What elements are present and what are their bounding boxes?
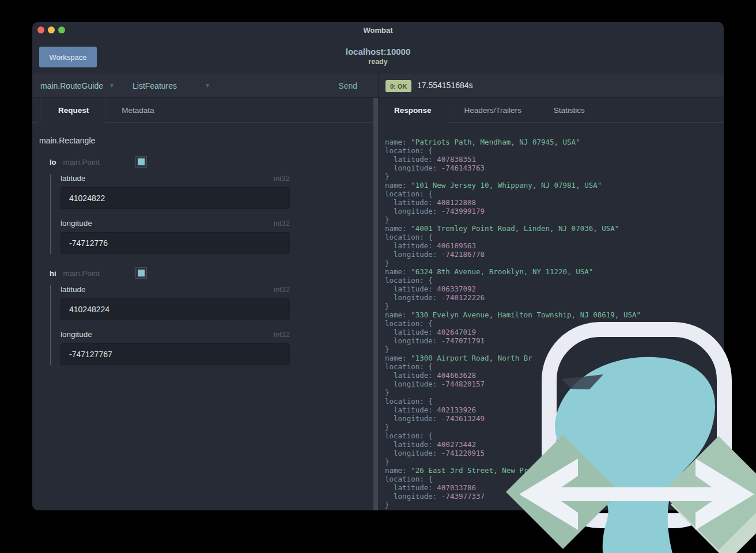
tab-request[interactable]: Request [41, 98, 105, 123]
response-brace: } [385, 302, 724, 310]
tab-statistics[interactable]: Statistics [538, 98, 601, 123]
response-line: name: "Patriots Path, Mendham, NJ 07945,… [385, 138, 724, 146]
field-longitude: longitudeint32 [61, 330, 373, 365]
response-line: location: { [385, 233, 724, 241]
status-badge: 0: OK [385, 80, 411, 92]
chevron-down-icon: ▼ [109, 82, 115, 89]
send-button[interactable]: Send [338, 74, 357, 97]
response-key: name: [385, 466, 407, 475]
response-brace: } [385, 215, 724, 224]
longitude-input[interactable] [61, 343, 290, 365]
response-key: location: [385, 233, 424, 241]
field-header: latitudeint32 [61, 174, 290, 183]
checkbox-checked-fill [138, 270, 145, 276]
wombat-logo [516, 321, 756, 553]
response-line: longitude: -743999179 [385, 207, 724, 215]
response-key: location: [385, 190, 424, 198]
response-number: -741220915 [437, 449, 485, 457]
response-number: -747071791 [437, 336, 485, 345]
response-line: longitude: -742186778 [385, 250, 724, 259]
tab-response[interactable]: Response [378, 98, 448, 123]
tab-spacer [601, 98, 724, 123]
response-key: longitude: [385, 336, 437, 345]
group-checkbox[interactable] [135, 267, 147, 279]
field-latitude: latitudeint32 [61, 174, 373, 209]
field-label: latitude [61, 174, 86, 183]
response-key: location: [385, 475, 424, 483]
response-number: -743613249 [437, 414, 485, 423]
latitude-input[interactable] [61, 187, 290, 209]
response-number: -744820157 [437, 380, 485, 388]
window-title: Wombat [32, 26, 724, 35]
response-key: latitude: [385, 483, 433, 492]
field-label: longitude [61, 219, 92, 228]
response-line: longitude: -746143763 [385, 164, 724, 172]
response-brace: { [424, 431, 433, 440]
response-brace: { [424, 276, 433, 285]
request-tabs: RequestMetadata [32, 98, 378, 123]
field-type: int32 [274, 285, 290, 294]
tab-metadata[interactable]: Metadata [105, 98, 170, 123]
response-line: location: { [385, 146, 724, 155]
response-key: longitude: [385, 492, 437, 501]
field-label: latitude [61, 285, 86, 294]
response-line: latitude: 408122808 [385, 198, 724, 207]
response-key: latitude: [385, 241, 433, 250]
field-header: longitudeint32 [61, 330, 290, 339]
response-key: longitude: [385, 449, 437, 457]
service-selector[interactable]: main.RouteGuide ▼ [40, 74, 115, 97]
response-string: "330 Evelyn Avenue, Hamilton Township, N… [407, 310, 641, 319]
response-number: 406337092 [433, 285, 476, 293]
tab-spacer [32, 98, 37, 123]
response-key: latitude: [385, 371, 433, 380]
response-key: longitude: [385, 164, 437, 172]
tab-headers-trailers[interactable]: Headers/Trailers [448, 98, 538, 123]
response-string: "6324 8th Avenue, Brooklyn, NY 11220, US… [407, 267, 594, 276]
tab-spacer [171, 98, 378, 123]
group-field-name: lo [50, 158, 56, 166]
response-key: longitude: [385, 250, 437, 259]
response-key: latitude: [385, 285, 433, 293]
response-key: latitude: [385, 155, 433, 164]
response-brace: { [424, 397, 433, 406]
latitude-input[interactable] [61, 298, 290, 320]
field-latitude: latitudeint32 [61, 285, 373, 320]
panel-divider[interactable] [373, 98, 378, 510]
response-brace: { [424, 146, 433, 155]
response-key: latitude: [385, 440, 433, 449]
response-key: location: [385, 319, 424, 328]
response-number: -743999179 [437, 207, 485, 215]
response-key: name: [385, 354, 407, 362]
titlebar: Wombat [32, 22, 724, 37]
response-key: longitude: [385, 414, 437, 423]
call-duration: 17.554151684s [417, 81, 473, 90]
response-number: 402647019 [433, 328, 476, 336]
toolbar: main.RouteGuide ▼ ListFeatures ▼ Send 0:… [32, 74, 724, 98]
response-line: latitude: 407838351 [385, 155, 724, 164]
response-key: name: [385, 224, 407, 233]
group-field-type: main.Point [63, 269, 100, 278]
server-status: ready [32, 58, 724, 66]
response-string: "Patriots Path, Mendham, NJ 07945, USA" [407, 138, 580, 146]
response-key: longitude: [385, 380, 437, 388]
response-key: name: [385, 310, 407, 319]
message-type-label: main.Rectangle [39, 136, 373, 145]
method-selector[interactable]: ListFeatures ▼ [133, 74, 210, 97]
response-string: "4001 Tremley Point Road, Linden, NJ 070… [407, 224, 619, 233]
group-checkbox[interactable] [135, 156, 147, 168]
group-field-type: main.Point [63, 158, 100, 166]
response-line: name: "4001 Tremley Point Road, Linden, … [385, 224, 724, 233]
response-string: "1300 Airport Road, North Br [407, 354, 532, 362]
longitude-input[interactable] [61, 232, 290, 254]
response-brace: { [424, 319, 433, 328]
request-form: main.Rectangle lomain.Pointlatitudeint32… [32, 123, 373, 510]
response-key: location: [385, 146, 424, 155]
response-number: 407838351 [433, 155, 476, 164]
response-number: -743977337 [437, 492, 485, 501]
response-tabs: ResponseHeaders/TrailersStatistics [378, 98, 724, 123]
response-string: "26 East 3rd Street, New Pr [407, 466, 528, 475]
response-key: longitude: [385, 207, 437, 215]
toolbar-left: main.RouteGuide ▼ ListFeatures ▼ Send [32, 74, 378, 97]
response-key: latitude: [385, 406, 433, 414]
response-brace: { [424, 190, 433, 198]
